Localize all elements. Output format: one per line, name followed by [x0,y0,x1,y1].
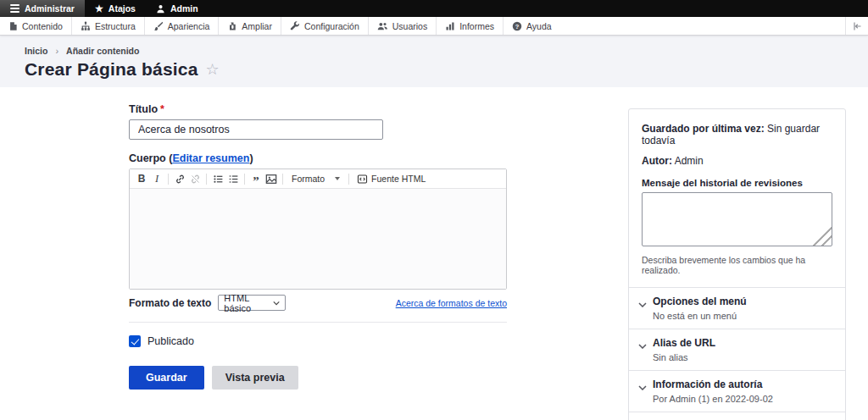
paintbrush-icon [153,21,164,31]
unlink-button[interactable] [187,171,203,186]
toolbar-item-label: Usuarios [392,21,427,31]
blockquote-button[interactable]: ” [248,171,264,186]
html-source-button[interactable]: Fuente HTML [353,174,430,185]
title-field-label: Título* [129,103,507,115]
breadcrumb-inicio[interactable]: Inicio [25,46,47,56]
published-checkbox[interactable] [129,335,141,347]
editor-content-area[interactable] [130,189,506,289]
bold-button[interactable]: B [134,171,149,186]
bookmark-star-icon[interactable]: ☆ [206,62,220,77]
editor-toolbar: B I ” Formato [130,169,506,189]
bullet-list-icon [213,174,224,185]
numbered-list-icon [228,174,239,185]
title-input[interactable] [129,119,383,140]
edit-summary-link[interactable]: Editar resumen [172,152,249,164]
admin-tab-label: Atajos [108,3,136,14]
puzzle-icon [227,21,237,31]
preview-button[interactable]: Vista previa [212,366,298,390]
admin-tab-administrar[interactable]: Administrar [0,0,85,17]
toolbar-separator [206,174,207,185]
chevron-down-icon [638,385,647,390]
bullet-list-button[interactable] [210,171,225,186]
accordion-url-alias[interactable]: Alias de URL Sin alias [629,329,845,370]
revision-log-help: Describa brevemente los cambios que ha r… [642,255,832,275]
link-icon [175,174,186,185]
sitemap-icon [81,21,91,31]
admin-tab-atajos[interactable]: ★ Atajos [85,0,146,17]
admin-toolbar: Administrar ★ Atajos Admin [0,0,868,17]
page-title: Crear Página básica [25,59,198,80]
chevron-down-icon [638,344,647,349]
body-field-label: Cuerpo (Editar resumen) [129,152,507,164]
toolbar-item-label: Configuración [304,21,359,31]
italic-button[interactable]: I [149,171,164,186]
svg-text:?: ? [515,22,520,30]
toolbar-item-usuarios[interactable]: Usuarios [369,17,437,35]
toolbar-item-label: Ampliar [242,21,272,31]
wrench-icon [290,21,300,31]
numbered-list-button[interactable] [225,171,241,186]
last-saved-row: Guardado por última vez: Sin guardar tod… [642,123,832,146]
node-form: Título* Cuerpo (Editar resumen) B I ” [129,103,507,390]
author-row: Autor: Admin [642,155,832,167]
user-icon [156,4,165,14]
toolbar-item-label: Estructura [95,21,136,31]
revision-log-label: Mensaje del historial de revisiones [642,178,832,188]
star-icon: ★ [95,4,103,14]
toolbar-item-informes[interactable]: Informes [437,17,504,35]
users-icon [377,21,388,31]
accordion-promotion-options[interactable]: Opciones de promoción No publicado en pá… [629,412,845,420]
link-button[interactable] [172,171,187,186]
document-icon [8,21,18,31]
toolbar-item-ampliar[interactable]: Ampliar [219,17,281,35]
toolbar-separator [348,174,349,185]
text-format-label: Formato de texto [129,297,211,309]
toolbar-item-label: Ayuda [526,21,552,31]
chevron-down-icon [273,301,280,306]
toolbar-item-label: Contenido [22,21,63,31]
chevron-down-icon [638,302,647,307]
toolbar-collapse-button[interactable] [845,17,868,35]
admin-tab-label: Admin [170,3,198,14]
format-dropdown[interactable]: Formato [287,174,345,184]
source-code-icon [357,174,368,185]
text-format-select[interactable]: HTML básico [218,295,286,311]
toolbar-separator [244,174,245,185]
image-icon [265,174,277,185]
meta-sidebar: Guardado por última vez: Sin guardar tod… [628,108,846,420]
chevron-down-icon [335,177,340,180]
image-button[interactable] [264,171,279,186]
accordion-menu-settings[interactable]: Opciones del menú No está en un menú [629,287,845,329]
bar-chart-icon [445,21,455,31]
toolbar-item-apariencia[interactable]: Apariencia [145,17,220,35]
accordion-authoring-info[interactable]: Información de autoría Por Admin (1) en … [629,370,845,412]
admin-menu-toolbar: Contenido Estructura Apariencia Ampliar … [0,17,868,36]
menu-icon [10,3,19,14]
revision-log-textarea[interactable] [642,192,832,246]
breadcrumb: Inicio › Añadir contenido [25,46,868,56]
toolbar-item-label: Apariencia [168,21,210,31]
toolbar-separator [168,174,169,185]
toolbar-item-configuracion[interactable]: Configuración [281,17,369,35]
collapse-left-icon [852,21,862,31]
form-divider [129,322,507,323]
breadcrumb-anadir-contenido[interactable]: Añadir contenido [66,46,139,56]
about-text-formats-link[interactable]: Acerca de formatos de texto [396,298,507,308]
body-editor: B I ” Formato [129,169,507,290]
save-button[interactable]: Guardar [129,366,204,390]
toolbar-item-estructura[interactable]: Estructura [72,17,145,35]
breadcrumb-separator: › [55,46,58,56]
help-icon: ? [512,21,522,31]
admin-tab-label: Administrar [25,3,75,14]
page-header: Inicio › Añadir contenido Crear Página b… [0,36,868,87]
toolbar-separator [282,174,283,185]
toolbar-item-ayuda[interactable]: ? Ayuda [504,17,560,35]
published-label[interactable]: Publicado [147,335,194,347]
unlink-icon [190,174,201,185]
toolbar-item-label: Informes [459,21,494,31]
toolbar-item-contenido[interactable]: Contenido [0,17,72,35]
required-marker: * [160,103,164,115]
admin-tab-admin-user[interactable]: Admin [146,0,209,17]
